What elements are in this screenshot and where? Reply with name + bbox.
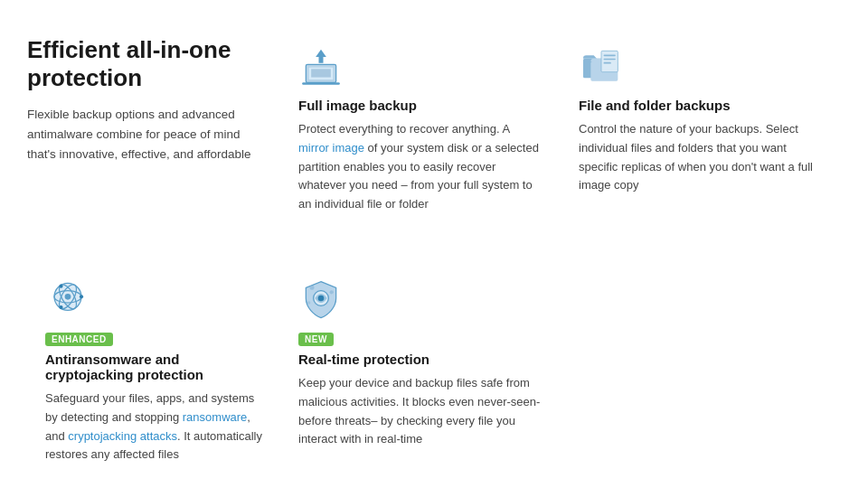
antiransomware-card: ENHANCED Antiransomware and cryptojackin…: [27, 259, 280, 488]
main-description: Flexible backup options and advanced ant…: [27, 105, 253, 164]
svg-point-22: [330, 290, 334, 294]
svg-rect-7: [601, 51, 618, 71]
svg-point-17: [59, 285, 62, 288]
left-column: Efficient all-in-one protection Flexible…: [27, 27, 280, 259]
full-image-card: Full image backup Protect everything to …: [280, 27, 561, 241]
ransomware-link[interactable]: ransomware: [183, 410, 248, 424]
svg-rect-8: [604, 55, 616, 57]
svg-point-21: [310, 286, 315, 290]
svg-rect-10: [604, 62, 611, 64]
realtime-title: Real-time protection: [298, 352, 542, 367]
realtime-description: Keep your device and backup files safe f…: [298, 374, 542, 449]
cryptojacking-link[interactable]: cryptojacking attacks: [68, 429, 177, 443]
main-title: Efficient all-in-one protection: [27, 36, 253, 92]
file-folder-title: File and folder backups: [579, 98, 823, 113]
svg-rect-9: [604, 59, 616, 61]
new-badge: NEW: [298, 333, 334, 346]
svg-rect-2: [311, 69, 331, 77]
svg-marker-3: [316, 50, 326, 63]
realtime-card: NEW Real-time protection Keep your devic…: [280, 259, 561, 488]
backup-icon: [298, 36, 542, 89]
folder-icon: [579, 36, 823, 89]
svg-point-16: [80, 295, 83, 298]
full-image-title: Full image backup: [298, 98, 542, 113]
mirror-image-link[interactable]: mirror image: [298, 141, 364, 155]
enhanced-badge: ENHANCED: [45, 333, 113, 346]
realtime-icon: [298, 268, 542, 321]
file-folder-description: Control the nature of your backups. Sele…: [579, 120, 823, 195]
svg-point-15: [65, 294, 71, 300]
antiransomware-description: Safeguard your files, apps, and systems …: [45, 389, 262, 465]
svg-point-20: [318, 296, 325, 302]
full-image-description: Protect everything to recover anything. …: [298, 120, 542, 214]
antiransomware-icon: [45, 268, 262, 321]
antiransomware-title: Antiransomware and cryptojacking protect…: [45, 352, 262, 382]
svg-rect-4: [302, 82, 340, 85]
section-spacer: [280, 241, 841, 259]
svg-point-23: [307, 301, 310, 304]
svg-point-18: [59, 305, 62, 309]
file-folder-card: File and folder backups Control the natu…: [561, 27, 841, 241]
